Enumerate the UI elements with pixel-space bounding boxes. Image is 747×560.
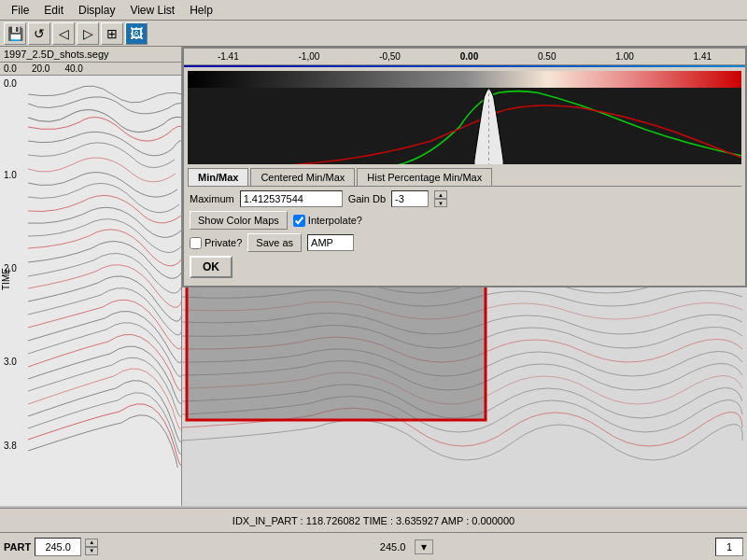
image-button[interactable]: 🖼 (125, 22, 148, 45)
menu-viewlist[interactable]: View List (122, 2, 182, 19)
menu-help[interactable]: Help (182, 2, 220, 19)
menu-file[interactable]: File (4, 2, 36, 19)
part-input[interactable] (35, 538, 81, 556)
part-down[interactable]: ▼ (85, 547, 98, 555)
x-label-000: 0.00 (460, 51, 478, 62)
right-input[interactable]: 1 (715, 538, 743, 556)
toolbar: 💾 ↺ ◁ ▷ ⊞ 🖼 (0, 21, 747, 47)
controls-area: Maximum Gain Db ▲ ▼ Show Color Maps Inte… (184, 187, 745, 286)
color-gradient-bar (188, 71, 741, 88)
center-value: 245.0 (380, 541, 406, 553)
histogram-window: Image Histogram _ □ ✕ -1.41 -1,00 -0,50 … (182, 47, 747, 287)
seismic-title: 1997_2.5D_shots.segy (0, 47, 181, 63)
x-scale: 0.0 20.0 40.0 (0, 63, 181, 76)
svg-text:0.0: 0.0 (4, 78, 17, 89)
undo-button[interactable]: ◁ (52, 22, 75, 45)
scroll-indicator[interactable]: ▾ (415, 539, 433, 554)
menu-display[interactable]: Display (71, 2, 122, 19)
histogram-svg (188, 88, 741, 164)
tab-minmax[interactable]: Min/Max (188, 168, 248, 186)
x-label-141: 1.41 (694, 51, 712, 62)
x-label-0: 0.0 (4, 63, 17, 74)
seismic-svg: 0.0 1.0 2.0 3.0 3.8 TIME (0, 76, 181, 468)
x-label-050: 0.50 (538, 51, 556, 62)
save-as-button[interactable]: Save as (247, 233, 302, 252)
x-label-neg141: -1.41 (218, 51, 239, 62)
maximum-label: Maximum (190, 193, 234, 204)
gain-db-down[interactable]: ▼ (434, 199, 447, 207)
tabs-row: Min/Max Centered Min/Max Hist Percentage… (188, 168, 741, 187)
svg-text:TIME: TIME (1, 268, 11, 290)
tab-hist-percentage[interactable]: Hist Percentage Min/Max (357, 168, 492, 186)
gain-db-label: Gain Db (348, 193, 386, 204)
svg-text:3.0: 3.0 (4, 357, 17, 367)
save-button[interactable]: 💾 (4, 22, 26, 45)
status-bar: IDX_IN_PART : 118.726082 TIME : 3.635927… (0, 508, 747, 532)
menubar: File Edit Display View List Help (0, 0, 747, 21)
right-panel: Image Histogram _ □ ✕ -1.41 -1,00 -0,50 … (182, 47, 747, 506)
x-label-1: 20.0 (32, 63, 49, 74)
maximum-input[interactable] (240, 190, 343, 207)
x-label-2: 40.0 (64, 63, 82, 74)
x-label-100: 1.00 (615, 51, 633, 62)
tab-centered[interactable]: Centered Min/Max (250, 168, 355, 186)
x-label-neg100: -1,00 (299, 51, 320, 62)
save-as-input[interactable] (307, 234, 354, 251)
private-checkbox[interactable] (190, 237, 202, 249)
colormaps-row: Show Color Maps Interpolate? (190, 211, 740, 230)
bottom-center: 245.0 ▾ (102, 539, 712, 554)
private-text: Private? (204, 237, 242, 248)
fullscreen-button[interactable]: ⊞ (101, 22, 123, 45)
main-area: 1997_2.5D_shots.segy 0.0 20.0 40.0 0.0 1… (0, 47, 747, 506)
part-spinner: ▲ ▼ (85, 539, 98, 555)
ok-row: OK (190, 256, 740, 278)
bottom-bar: PART ▲ ▼ 245.0 ▾ 1 (0, 532, 747, 560)
histogram-display (188, 71, 741, 164)
seismic-panel: 1997_2.5D_shots.segy 0.0 20.0 40.0 0.0 1… (0, 47, 182, 506)
status-text: IDX_IN_PART : 118.726082 TIME : 3.635927… (233, 515, 514, 526)
svg-text:3.8: 3.8 (4, 441, 17, 451)
part-label: PART (4, 541, 31, 553)
gain-db-spinner: ▲ ▼ (434, 190, 447, 207)
interpolate-label: Interpolate? (293, 215, 362, 227)
x-label-neg050: -0,50 (379, 51, 401, 62)
refresh-button[interactable]: ↺ (28, 22, 50, 45)
redo-button[interactable]: ▷ (77, 22, 99, 45)
ok-button[interactable]: OK (190, 256, 233, 278)
private-row: Private? Save as (190, 233, 740, 252)
interpolate-text: Interpolate? (308, 215, 362, 226)
interpolate-checkbox[interactable] (293, 215, 305, 227)
part-up[interactable]: ▲ (85, 539, 98, 547)
max-row: Maximum Gain Db ▲ ▼ (190, 190, 740, 207)
private-label: Private? (190, 237, 242, 249)
gain-db-input[interactable] (391, 190, 429, 207)
gain-db-up[interactable]: ▲ (434, 190, 447, 199)
x-axis-labels: -1.41 -1,00 -0,50 0.00 0.50 1.00 1.41 (184, 49, 745, 65)
svg-text:1.0: 1.0 (4, 170, 17, 180)
menu-edit[interactable]: Edit (36, 2, 71, 19)
show-color-maps-button[interactable]: Show Color Maps (190, 211, 288, 230)
seismic-canvas: 0.0 1.0 2.0 3.0 3.8 TIME (0, 76, 181, 506)
